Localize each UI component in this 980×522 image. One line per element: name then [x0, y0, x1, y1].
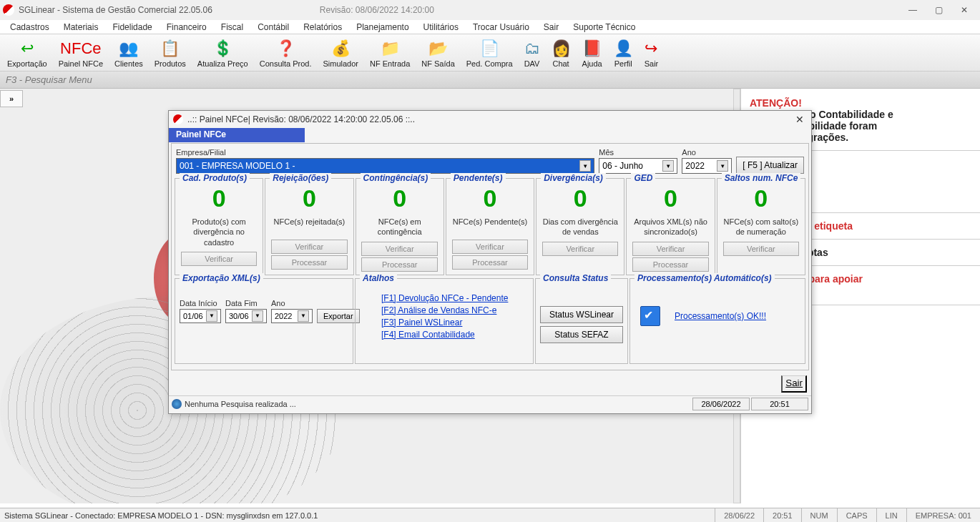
app-title: SGLinear - Sistema de Gestão Comercial 2… — [19, 5, 212, 15]
toolbar-ajuda[interactable]: 📕Ajuda — [578, 36, 607, 69]
consulta-status-group: Consulta Status Status WSLinearStatus SE… — [535, 278, 628, 364]
content-area: » ATENÇÃO! porta Produto Contabilidade e… — [0, 89, 980, 503]
atalho-link[interactable]: [F4] Email Contabilidade — [381, 330, 529, 340]
proc-legend: Processamento(s) Automático(s) — [634, 273, 775, 283]
menu-materiais[interactable]: Materiais — [57, 21, 106, 34]
verificar-button[interactable]: Verificar — [542, 242, 618, 256]
dialog-status-text: Nenhuma Pesquisa realizada ... — [185, 400, 296, 408]
card-saltos-num-nfce: Saltos num. NFCe0NFCe(s) com salto(s) de… — [717, 178, 805, 275]
toolbar-dav[interactable]: 🗂DAV — [520, 36, 544, 69]
export-xml-group: Exportação XML(s) Data Início 01/06▼ Dat… — [175, 278, 353, 364]
toolbar-simulador[interactable]: 💰Simulador — [319, 36, 363, 69]
verificar-button[interactable]: Verificar — [271, 240, 347, 254]
window-minimize[interactable]: — — [900, 1, 926, 19]
dialog-logo-icon — [173, 114, 183, 124]
processar-button[interactable]: Processar — [361, 257, 437, 272]
chevron-down-icon[interactable]: ▼ — [579, 160, 591, 172]
menu-cadastros[interactable]: Cadastros — [3, 21, 57, 34]
processamento-group: Processamento(s) Automático(s) ✔ Process… — [629, 278, 805, 364]
menu-utilitários[interactable]: Utilitários — [416, 21, 466, 34]
processamento-link[interactable]: Processamento(s) OK!!! — [675, 311, 766, 321]
verificar-button[interactable]: Verificar — [181, 252, 257, 266]
toolbar-chat[interactable]: 👩Chat — [547, 36, 575, 69]
menu-contábil[interactable]: Contábil — [250, 21, 296, 34]
consulta-legend: Consulta Status — [540, 273, 611, 283]
atalho-link[interactable]: [F1] Devolução NFCe - Pendente — [381, 293, 529, 303]
atualizar-button[interactable]: [ F5 ] Atualizar — [736, 157, 804, 174]
dialog-time-cell: 20:51 — [751, 398, 808, 410]
menu-fiscal[interactable]: Fiscal — [214, 21, 250, 34]
card-pendente-s-: Pendente(s)0NFCe(s) Pendente(s)Verificar… — [446, 178, 534, 275]
verificar-button[interactable]: Verificar — [632, 242, 708, 256]
card-ged: GED0Arquivos XML(s) não sincronizado(s)V… — [626, 178, 715, 275]
window-close[interactable]: ✕ — [951, 1, 977, 19]
dialog-statusbar: Nenhuma Pesquisa realizada ... 28/06/202… — [169, 395, 811, 413]
data-inicio-combo[interactable]: 01/06▼ — [180, 309, 221, 323]
atalhos-group: Atalhos [F1] Devolução NFCe - Pendente[F… — [355, 278, 534, 364]
toolbar-exportação[interactable]: ↩Exportação — [3, 36, 52, 69]
card-diverg-ncia-s-: Divergência(s)0Dias com divergência de v… — [536, 178, 624, 275]
app-logo-icon — [3, 4, 14, 16]
menu-search[interactable]: F3 - Pesquisar Menu — [0, 72, 980, 89]
export-ano-combo[interactable]: 2022▼ — [271, 309, 313, 323]
toolbar-nf-saída[interactable]: 📂NF Saída — [417, 36, 459, 69]
window-maximize[interactable]: ▢ — [926, 1, 951, 19]
toolbar-perfil[interactable]: 👤Perfil — [609, 36, 637, 69]
atalho-link[interactable]: [F3] Painel WSLinear — [381, 317, 529, 328]
atalho-link[interactable]: [F2] Análise de Vendas NFC-e — [381, 305, 529, 315]
toolbar-atualiza-preço[interactable]: 💲Atualiza Preço — [193, 36, 253, 69]
card-cad-produto-s-: Cad. Produto(s)0Produto(s) com divergênc… — [175, 178, 263, 275]
menu-sair[interactable]: Sair — [536, 21, 566, 34]
toolbar-painel-nfce[interactable]: NFCePainel NFCe — [54, 36, 107, 69]
statusbar-cell: 28/06/22 — [715, 508, 763, 522]
menu-planejamento[interactable]: Planejamento — [349, 21, 416, 34]
menubar[interactable]: CadastrosMateriaisFidelidadeFinanceiroFi… — [0, 20, 980, 34]
dialog-titlebar[interactable]: ..:: Painel NFCe| Revisão: 08/06/2022 14… — [169, 111, 811, 128]
mes-combo[interactable]: 06 - Junho▼ — [599, 158, 677, 174]
dialog-date-cell: 28/06/2022 — [692, 398, 750, 410]
processar-button[interactable]: Processar — [632, 257, 708, 272]
toolbar: ↩ExportaçãoNFCePainel NFCe👥Clientes📋Prod… — [0, 34, 980, 72]
news-heading: ATENÇÃO! — [750, 97, 980, 109]
exportar-button[interactable]: Exportar — [317, 309, 360, 323]
expand-panel-toggle[interactable]: » — [0, 90, 23, 107]
toolbar-sair[interactable]: ↪Sair — [640, 36, 663, 69]
statusbar-cell: CAPS — [837, 508, 876, 522]
status-sefaz-button[interactable]: Status SEFAZ — [540, 326, 623, 343]
card-conting-ncia-s-: Contingência(s)0NFCe(s) em contingênciaV… — [356, 178, 444, 275]
ano-combo[interactable]: 2022▼ — [682, 158, 732, 174]
statusbar-cell: 20:51 — [763, 508, 801, 522]
app-subtitle: Revisão: 08/06/2022 14:20:00 — [320, 5, 434, 15]
dialog-tab[interactable]: Painel NFCe — [169, 128, 305, 142]
toolbar-produtos[interactable]: 📋Produtos — [150, 36, 190, 69]
chevron-down-icon[interactable]: ▼ — [662, 160, 674, 172]
statusbar: Sistema SGLinear - Conectado: EMPRESA MO… — [0, 508, 980, 522]
card-rejei-o-es-: Rejeição(ões)0NFCe(s) rejeitada(s)Verifi… — [265, 178, 353, 275]
toolbar-nf-entrada[interactable]: 📁NF Entrada — [366, 36, 414, 69]
status-wslinear-button[interactable]: Status WSLinear — [540, 306, 623, 323]
menu-suporte-técnico[interactable]: Suporte Técnico — [566, 21, 642, 34]
verificar-button[interactable]: Verificar — [723, 242, 799, 256]
menu-fidelidade[interactable]: Fidelidade — [105, 21, 159, 34]
ano-label: Ano — [682, 148, 732, 157]
chevron-down-icon[interactable]: ▼ — [717, 160, 728, 172]
dialog-close-icon[interactable]: ✕ — [793, 114, 807, 125]
empresa-combo[interactable]: 001 - EMPRESA MODELO 1 -▼ — [176, 158, 594, 174]
globe-icon — [172, 399, 182, 409]
toolbar-clientes[interactable]: 👥Clientes — [110, 36, 147, 69]
toolbar-ped-compra[interactable]: 📄Ped. Compra — [462, 36, 517, 69]
data-fim-combo[interactable]: 30/06▼ — [225, 309, 267, 323]
verificar-button[interactable]: Verificar — [361, 242, 437, 256]
title-bar: SGLinear - Sistema de Gestão Comercial 2… — [0, 0, 980, 20]
toolbar-consulta-prod-[interactable]: ❓Consulta Prod. — [255, 36, 316, 69]
processar-button[interactable]: Processar — [452, 255, 528, 270]
menu-trocar-usuário[interactable]: Trocar Usuário — [466, 21, 536, 34]
export-xml-legend: Exportação XML(s) — [180, 273, 263, 283]
empresa-label: Empresa/Filial — [176, 148, 594, 157]
atalhos-legend: Atalhos — [360, 273, 397, 283]
processar-button[interactable]: Processar — [271, 255, 347, 270]
dialog-sair-button[interactable]: Sair — [781, 375, 807, 393]
verificar-button[interactable]: Verificar — [452, 240, 528, 254]
menu-financeiro[interactable]: Financeiro — [160, 21, 214, 34]
menu-relatórios[interactable]: Relatórios — [296, 21, 349, 34]
